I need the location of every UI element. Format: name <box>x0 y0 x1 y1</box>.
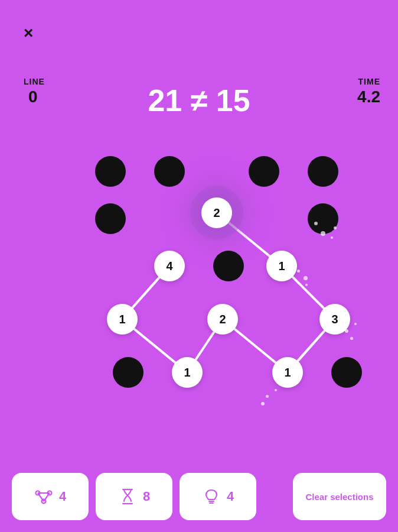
node-n6[interactable]: 2 <box>201 197 232 228</box>
line-value: 0 <box>28 87 38 106</box>
svg-line-10 <box>38 493 44 501</box>
sparkle <box>304 276 308 280</box>
equation-left: 21 <box>148 83 182 118</box>
sparkle <box>266 395 269 398</box>
line-label: LINE <box>24 77 45 86</box>
equation-display: 21 ≠ 15 <box>148 83 250 118</box>
sparkle <box>345 329 348 333</box>
lightbulb-icon <box>202 487 221 506</box>
node-n2[interactable] <box>154 156 185 187</box>
sparkle <box>354 323 357 325</box>
sparkle <box>350 337 353 340</box>
hint-count: 4 <box>227 489 234 504</box>
sparkle <box>331 236 333 239</box>
svg-line-11 <box>44 493 50 501</box>
node-n11[interactable]: 1 <box>107 304 138 335</box>
node-n12[interactable]: 2 <box>207 304 238 335</box>
sparkle <box>275 389 277 391</box>
time-value: 4.2 <box>357 87 380 106</box>
node-n14[interactable] <box>113 357 143 388</box>
hint-button[interactable]: 4 <box>180 473 256 520</box>
equation-right: 15 <box>216 83 250 118</box>
node-n9[interactable] <box>213 251 244 281</box>
node-n15[interactable]: 1 <box>172 357 203 388</box>
hourglass-icon <box>118 487 137 506</box>
sparkle <box>321 231 325 236</box>
game-board: 24112311 <box>34 136 364 414</box>
time-label: TIME <box>358 77 380 86</box>
node-n3[interactable] <box>249 156 279 187</box>
sparkle <box>305 284 308 286</box>
clear-button[interactable]: Clear selections <box>293 473 386 520</box>
connections-icon <box>34 487 53 506</box>
node-n16[interactable]: 1 <box>272 357 303 388</box>
sparkle <box>261 402 265 406</box>
connections-button[interactable]: 4 <box>12 473 89 520</box>
sparkle <box>314 222 318 225</box>
node-n1[interactable] <box>95 156 126 187</box>
node-n17[interactable] <box>331 357 362 388</box>
node-n5[interactable] <box>95 203 126 234</box>
hourglass-button[interactable]: 8 <box>96 473 172 520</box>
sparkle <box>297 270 300 273</box>
node-n7[interactable] <box>308 203 338 234</box>
toolbar: 4 8 4 Clear selections <box>12 473 386 520</box>
node-n4[interactable] <box>308 156 338 187</box>
connections-count: 4 <box>59 489 66 504</box>
node-n8[interactable]: 4 <box>154 251 185 281</box>
sparkle <box>334 226 337 229</box>
hourglass-count: 8 <box>143 489 150 504</box>
game-container: × LINE 0 TIME 4.2 21 ≠ 15 24112311 4 <box>0 0 398 532</box>
close-button[interactable]: × <box>24 24 33 43</box>
node-n10[interactable]: 1 <box>266 251 297 281</box>
equation-op: ≠ <box>191 83 208 118</box>
